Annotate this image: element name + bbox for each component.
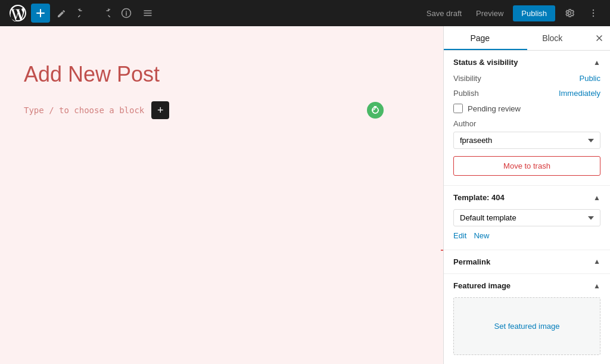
tab-indicator [444, 49, 527, 50]
pending-review-label: Pending review [468, 104, 521, 113]
status-visibility-header[interactable]: Status & visibility ▲ [444, 51, 610, 74]
add-block-button[interactable] [31, 4, 50, 23]
toolbar: Save draft Preview Publish [0, 0, 610, 26]
featured-image-box[interactable]: Set featured image [453, 297, 600, 355]
publish-label: Publish [453, 89, 479, 98]
editor-area: Add New Post Type / to choose a block + [0, 26, 443, 364]
arrow-line [441, 250, 443, 251]
info-button[interactable] [117, 4, 136, 23]
wp-logo-button[interactable] [7, 2, 29, 24]
settings-button[interactable] [560, 4, 579, 23]
refresh-icon [367, 102, 384, 119]
toolbar-right: Save draft Preview Publish [422, 4, 603, 23]
sidebar-tabs: Page Block [444, 26, 610, 51]
tab-block[interactable]: Block [516, 26, 589, 50]
template-select[interactable]: Default template [453, 209, 600, 226]
undo-button[interactable] [74, 4, 93, 23]
post-title[interactable]: Add New Post [24, 62, 419, 87]
permalink-section: Permalink ▼ [444, 250, 610, 274]
featured-image-section: Featured image ▲ Set featured image [444, 274, 610, 364]
author-label: Author [453, 119, 600, 128]
pending-review-row: Pending review [453, 104, 600, 113]
template-edit-link[interactable]: Edit [453, 231, 466, 240]
template-title: Template: 404 [453, 193, 505, 202]
more-options-button[interactable] [584, 4, 603, 23]
svg-point-2 [593, 13, 594, 14]
featured-image-chevron: ▲ [593, 282, 600, 290]
visibility-row: Visibility Public [453, 74, 600, 83]
block-area: Type / to choose a block + [24, 101, 419, 119]
tab-page[interactable]: Page [444, 26, 516, 50]
featured-image-title: Featured image [453, 281, 511, 290]
template-section: Template: 404 ▲ Default template Edit Ne… [444, 186, 610, 250]
main-area: Add New Post Type / to choose a block + … [0, 26, 610, 364]
status-visibility-chevron: ▲ [593, 58, 600, 67]
template-header[interactable]: Template: 404 ▲ [444, 186, 610, 209]
redo-button[interactable] [95, 4, 114, 23]
add-block-inline-button[interactable]: + [151, 101, 169, 119]
visibility-label: Visibility [453, 74, 481, 83]
svg-point-3 [593, 15, 594, 17]
publish-button[interactable]: Publish [513, 5, 555, 21]
publish-value[interactable]: Immediately [559, 89, 600, 98]
permalink-header[interactable]: Permalink ▼ [444, 250, 610, 273]
arrow-indicator [441, 247, 443, 254]
block-placeholder: Type / to choose a block [24, 105, 144, 115]
status-visibility-content: Visibility Public Publish Immediately Pe… [444, 74, 610, 185]
template-new-link[interactable]: New [474, 231, 489, 240]
edit-button[interactable] [52, 4, 71, 23]
toolbar-left [7, 2, 157, 24]
permalink-chevron: ▼ [593, 258, 600, 266]
permalink-title: Permalink [453, 257, 490, 266]
template-chevron: ▲ [593, 194, 600, 202]
author-select[interactable]: fpraseeth [453, 132, 600, 149]
save-draft-button[interactable]: Save draft [422, 5, 466, 21]
move-to-trash-button[interactable]: Move to trash [453, 156, 600, 176]
author-field: Author fpraseeth [453, 119, 600, 149]
sidebar: Page Block Status & visibility ▲ Visibil… [443, 26, 610, 364]
list-view-button[interactable] [138, 4, 157, 23]
status-visibility-section: Status & visibility ▲ Visibility Public … [444, 51, 610, 186]
svg-point-1 [593, 10, 594, 11]
preview-button[interactable]: Preview [471, 5, 508, 21]
set-featured-image-label[interactable]: Set featured image [494, 322, 560, 331]
featured-image-header[interactable]: Featured image ▲ [444, 274, 610, 297]
template-links: Edit New [453, 231, 600, 240]
visibility-value[interactable]: Public [580, 74, 600, 83]
close-sidebar-button[interactable] [589, 27, 610, 49]
publish-row: Publish Immediately [453, 89, 600, 98]
status-visibility-title: Status & visibility [453, 58, 518, 67]
template-content: Default template Edit New [444, 209, 610, 250]
pending-review-checkbox[interactable] [453, 104, 463, 113]
